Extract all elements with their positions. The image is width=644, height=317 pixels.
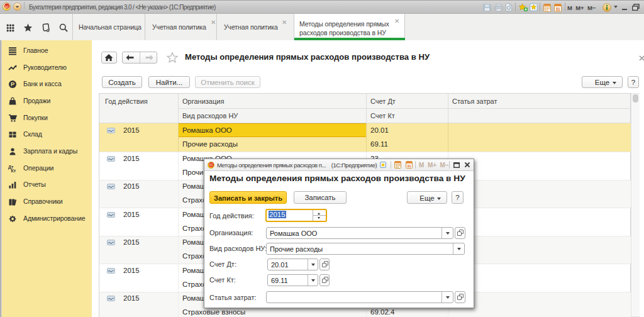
svg-text:1С: 1С (209, 164, 214, 167)
svg-text:P: P (11, 81, 14, 87)
svg-text:31: 31 (555, 7, 560, 11)
svg-text:Кт: Кт (11, 169, 16, 173)
svg-text:31: 31 (407, 164, 411, 168)
svg-text:1С: 1С (4, 5, 9, 9)
